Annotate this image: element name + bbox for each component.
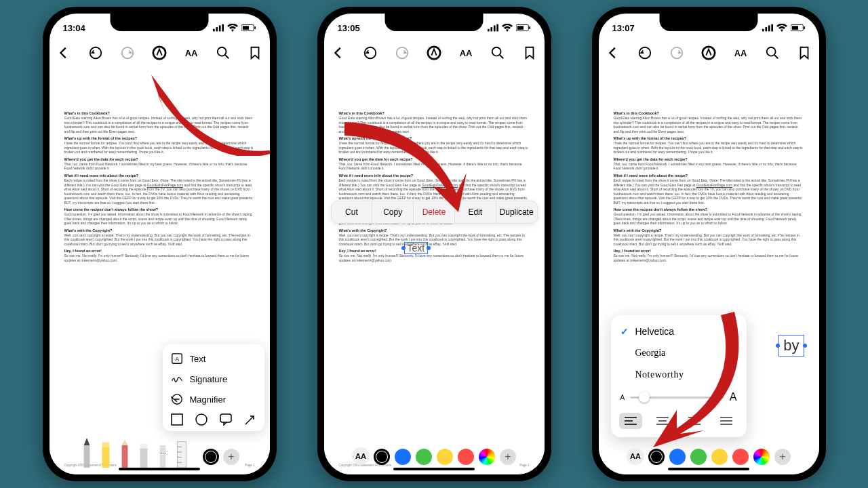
align-left-icon[interactable] (619, 413, 642, 429)
svg-line-59 (774, 55, 778, 59)
wifi-icon (776, 24, 787, 32)
text-annotation[interactable]: Text (404, 242, 429, 254)
redo-icon[interactable] (669, 45, 684, 60)
markup-icon[interactable] (427, 45, 441, 60)
lasso-tool[interactable]: ⋯ (155, 438, 170, 465)
highlighter-tool[interactable] (98, 438, 113, 465)
ruler-tool[interactable] (174, 438, 189, 465)
markup-signature[interactable]: Signature (163, 369, 264, 389)
svg-rect-27 (140, 448, 148, 468)
notch (660, 14, 758, 31)
search-icon[interactable] (490, 45, 505, 60)
color-swatch-yellow[interactable] (711, 449, 728, 465)
color-swatch-blue[interactable] (669, 449, 686, 465)
undo-icon[interactable] (88, 45, 103, 60)
redo-icon[interactable] (395, 45, 410, 60)
shape-circle-icon[interactable] (195, 413, 208, 426)
color-swatch-red[interactable] (458, 449, 474, 465)
color-swatch-black[interactable] (203, 449, 219, 465)
redo-icon[interactable] (120, 45, 135, 60)
svg-rect-3 (222, 24, 224, 32)
color-picker-button[interactable] (753, 449, 770, 465)
checkmark-icon: ✓ (620, 326, 630, 337)
align-right-icon[interactable] (683, 413, 706, 429)
svg-rect-54 (804, 26, 805, 29)
color-swatch-black[interactable] (648, 449, 665, 465)
search-icon[interactable] (765, 45, 780, 60)
svg-point-46 (492, 47, 501, 56)
undo-icon[interactable] (637, 45, 652, 60)
text-size-icon[interactable]: AA (458, 45, 473, 60)
color-swatch-red[interactable] (732, 449, 749, 465)
svg-rect-31 (177, 442, 186, 468)
svg-rect-41 (517, 26, 523, 30)
text-style-button[interactable]: AA (627, 447, 644, 465)
eraser-tool[interactable] (136, 438, 151, 465)
font-size-slider[interactable]: A A (611, 386, 747, 409)
markup-magnifier[interactable]: Magnifier (163, 389, 264, 409)
search-icon[interactable] (216, 45, 231, 60)
svg-rect-38 (493, 25, 495, 31)
text-annotation[interactable]: by (778, 335, 804, 357)
font-noteworthy[interactable]: Noteworthy (611, 364, 747, 386)
text-size-icon[interactable]: AA (184, 45, 199, 60)
bookmark-icon[interactable] (797, 45, 812, 60)
color-swatch-green[interactable] (690, 449, 707, 465)
bookmark-icon[interactable] (248, 45, 262, 60)
back-icon[interactable] (606, 45, 620, 60)
battery-icon (516, 24, 531, 32)
text-size-icon[interactable]: AA (733, 45, 748, 60)
shape-square-icon[interactable] (171, 413, 183, 426)
add-tool-button[interactable]: + (223, 449, 239, 465)
shape-arrow-icon[interactable] (244, 413, 256, 426)
markup-text[interactable]: A Text (163, 348, 264, 369)
pencil-tool[interactable] (117, 438, 132, 465)
home-indicator[interactable] (668, 468, 749, 470)
markup-tools-popover: A Text Signature Magnifier (163, 344, 264, 431)
add-tool-button[interactable]: + (500, 449, 516, 465)
svg-rect-36 (488, 29, 490, 32)
doc-para: Good question. I'm glad you asked. Infor… (64, 212, 255, 226)
font-georgia[interactable]: Georgia (611, 342, 747, 364)
ctx-duplicate[interactable]: Duplicate (496, 201, 537, 223)
undo-icon[interactable] (363, 45, 378, 60)
ctx-cut[interactable]: Cut (332, 201, 373, 223)
svg-rect-50 (768, 25, 770, 31)
svg-rect-42 (529, 26, 530, 29)
ctx-delete[interactable]: Delete (414, 201, 455, 223)
markup-icon[interactable] (701, 45, 716, 60)
phone-3: 13:07 AA What's in this Cookbook?Good Ea… (592, 7, 826, 481)
document-page[interactable]: What's in this Cookbook?Good Eats starri… (324, 68, 545, 474)
align-justify-icon[interactable] (715, 413, 738, 429)
shape-speech-bubble-icon[interactable] (220, 413, 232, 426)
color-swatch-green[interactable] (416, 449, 432, 465)
back-icon[interactable] (331, 45, 346, 60)
text-style-button[interactable]: AA (352, 447, 370, 465)
color-swatch-yellow[interactable] (437, 449, 453, 465)
svg-rect-19 (220, 414, 231, 422)
doc-heading: What's with the Copyright? (64, 228, 255, 233)
svg-rect-51 (771, 24, 773, 32)
home-indicator[interactable] (119, 468, 200, 470)
add-tool-button[interactable]: + (774, 449, 791, 465)
doc-para: Well, you can't copyright a recipe. That… (64, 233, 255, 247)
align-center-icon[interactable] (651, 413, 674, 429)
svg-rect-23 (102, 447, 110, 468)
toolbar: AA (324, 38, 545, 68)
back-icon[interactable] (56, 45, 71, 60)
markup-icon[interactable] (152, 45, 167, 60)
svg-rect-1 (216, 27, 218, 31)
home-indicator[interactable] (393, 468, 475, 470)
pen-tool[interactable] (79, 438, 94, 465)
color-swatch-blue[interactable] (395, 449, 411, 465)
ctx-copy[interactable]: Copy (372, 201, 414, 223)
color-swatch-black[interactable] (374, 449, 390, 465)
doc-para: I hate the normal format for recipes. Yo… (64, 141, 255, 155)
bookmark-icon[interactable] (522, 45, 537, 60)
font-helvetica[interactable]: ✓Helvetica (611, 321, 747, 342)
ctx-edit[interactable]: Edit (455, 201, 496, 223)
doc-para: Good Eats starring Alton Brown has a lot… (64, 116, 255, 134)
battery-icon (241, 24, 256, 32)
color-picker-button[interactable] (479, 449, 495, 465)
doc-para: That, too, came from Food Network. I som… (64, 162, 255, 171)
